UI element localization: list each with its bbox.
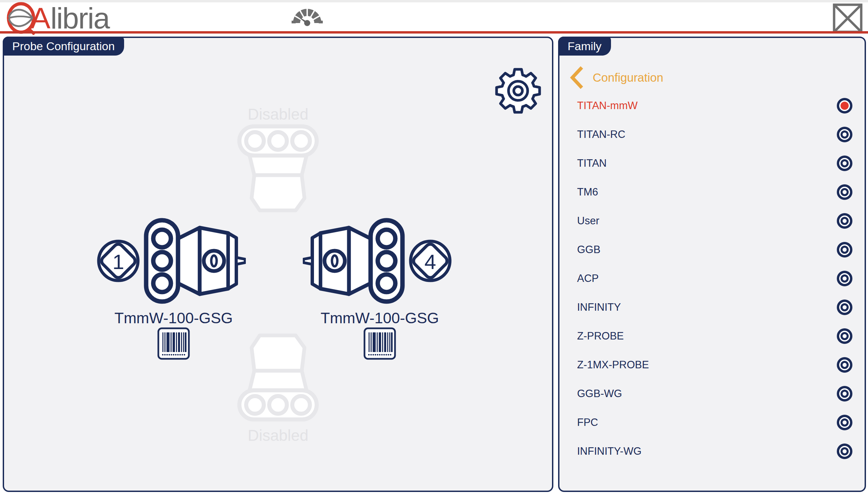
radio-button[interactable] xyxy=(837,386,852,401)
radio-button[interactable] xyxy=(837,98,852,114)
family-item-label: INFINITY xyxy=(577,301,621,314)
family-item-ggb[interactable]: GGB xyxy=(577,235,852,264)
south-probe-status: Disabled xyxy=(237,426,319,444)
radio-button[interactable] xyxy=(837,271,852,286)
family-item-label: TITAN-RC xyxy=(577,128,625,140)
south-probe-disabled[interactable] xyxy=(237,331,319,421)
radio-button[interactable] xyxy=(837,357,852,373)
family-item-tm6[interactable]: TM6 xyxy=(577,177,852,206)
gear-icon[interactable] xyxy=(493,66,543,116)
tab-probe-configuration-label: Probe Configuration xyxy=(12,40,115,53)
east-probe[interactable]: 4 xyxy=(303,217,452,304)
family-item-label: Z-1MX-PROBE xyxy=(577,359,649,371)
family-item-label: Z-PROBE xyxy=(577,330,624,342)
radio-button[interactable] xyxy=(837,127,852,142)
gauge-icon[interactable] xyxy=(291,4,324,26)
probe-configuration-panel: Disabled 1 TmmW-100-GSG 4 TmmW-100-GSG D… xyxy=(3,37,553,492)
radio-button[interactable] xyxy=(837,300,852,315)
family-item-label: FPC xyxy=(577,416,598,429)
family-item-label: User xyxy=(577,215,599,227)
header-divider xyxy=(0,31,868,34)
radio-button[interactable] xyxy=(837,328,852,344)
tab-family: Family xyxy=(558,37,611,56)
family-item-user[interactable]: User xyxy=(577,206,852,235)
family-item-z-1mx-probe[interactable]: Z-1MX-PROBE xyxy=(577,350,852,379)
family-item-label: INFINITY-WG xyxy=(577,445,642,457)
family-item-infinity-wg[interactable]: INFINITY-WG xyxy=(577,437,852,466)
logo-letter-a: A xyxy=(31,2,51,35)
family-item-titan-rc[interactable]: TITAN-RC xyxy=(577,120,852,149)
radio-button[interactable] xyxy=(837,184,852,200)
west-probe-model: TmmW-100-GSG xyxy=(99,309,248,327)
family-item-ggb-wg[interactable]: GGB-WG xyxy=(577,379,852,408)
family-item-label: TITAN xyxy=(577,157,607,169)
family-panel: Configuration TITAN-mmW TITAN-RC TITAN T… xyxy=(558,37,866,492)
west-probe[interactable]: 1 xyxy=(97,217,246,304)
radio-button[interactable] xyxy=(837,213,852,229)
family-item-infinity[interactable]: INFINITY xyxy=(577,293,852,322)
family-item-label: ACP xyxy=(577,272,599,285)
tab-family-label: Family xyxy=(568,40,602,53)
west-port-number: 1 xyxy=(113,250,124,273)
qalibria-logo: A libria xyxy=(6,2,110,35)
family-item-label: TM6 xyxy=(577,186,598,198)
window-top-strip xyxy=(0,0,868,2)
family-item-z-probe[interactable]: Z-PROBE xyxy=(577,322,852,350)
family-item-label: TITAN-mmW xyxy=(577,100,638,112)
east-port-number: 4 xyxy=(425,250,436,273)
family-item-titan-mmw[interactable]: TITAN-mmW xyxy=(577,91,852,120)
radio-button[interactable] xyxy=(837,415,852,430)
north-probe-disabled[interactable] xyxy=(237,124,319,214)
family-item-acp[interactable]: ACP xyxy=(577,264,852,293)
east-barcode-icon[interactable] xyxy=(364,327,396,360)
tab-probe-configuration: Probe Configuration xyxy=(3,37,124,56)
close-icon[interactable] xyxy=(832,3,863,34)
qalibria-window: A libria Probe Configuration Family xyxy=(0,0,868,494)
back-to-configuration-button[interactable]: Configuration xyxy=(570,65,663,90)
radio-button[interactable] xyxy=(837,443,852,459)
east-probe-model: TmmW-100-GSG xyxy=(305,309,454,327)
family-item-label: GGB xyxy=(577,244,601,256)
back-button-label: Configuration xyxy=(593,66,663,90)
radio-button[interactable] xyxy=(837,242,852,258)
family-item-fpc[interactable]: FPC xyxy=(577,408,852,437)
radio-button[interactable] xyxy=(837,155,852,171)
family-item-label: GGB-WG xyxy=(577,387,622,400)
logo-text: libria xyxy=(51,2,110,35)
chevron-left-icon xyxy=(570,65,585,90)
family-item-titan[interactable]: TITAN xyxy=(577,149,852,177)
west-barcode-icon[interactable] xyxy=(157,327,190,360)
north-probe-status: Disabled xyxy=(237,105,319,124)
